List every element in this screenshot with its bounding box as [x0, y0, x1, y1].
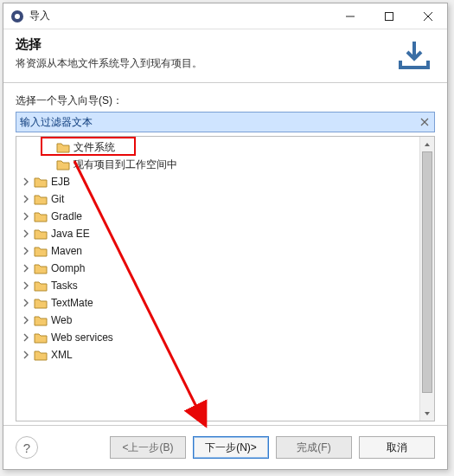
tree-item[interactable]: XML	[16, 346, 434, 363]
back-button[interactable]: <上一步(B)	[110, 436, 186, 459]
scroll-up-button[interactable]	[420, 137, 434, 151]
wizard-tree[interactable]: 文件系统 现有项目到工作空间中 EJBGitGradleJava EEMaven…	[16, 136, 435, 421]
expander-icon[interactable]	[20, 193, 32, 205]
window-title: 导入	[29, 9, 330, 23]
tree-item-label: 文件系统	[74, 140, 115, 155]
tree-item[interactable]: TextMate	[16, 294, 434, 312]
wizard-banner: 选择 将资源从本地文件系统导入到现有项目。	[3, 29, 447, 83]
finish-button[interactable]: 完成(F)	[276, 436, 352, 459]
folder-icon	[34, 331, 48, 344]
tree-item-label: TextMate	[51, 297, 93, 309]
tree-item-label: Git	[51, 193, 64, 205]
help-button[interactable]: ?	[16, 436, 38, 459]
expander-icon[interactable]	[20, 349, 32, 361]
expander-icon[interactable]	[20, 262, 32, 274]
tree-item-label: Java EE	[51, 228, 90, 240]
tree-item-label: Tasks	[51, 280, 78, 292]
tree-item-label: Web	[51, 314, 72, 326]
tree-item[interactable]: Web	[16, 312, 434, 329]
tree-item-file-system[interactable]: 文件系统	[16, 138, 434, 156]
import-icon	[393, 36, 435, 78]
next-button[interactable]: 下一步(N)>	[193, 436, 269, 459]
expander-icon[interactable]	[20, 297, 32, 309]
folder-icon	[34, 245, 48, 257]
button-bar: ? <上一步(B) 下一步(N)> 完成(F) 取消	[3, 425, 447, 469]
tree-item-existing-projects[interactable]: 现有项目到工作空间中	[16, 156, 434, 173]
folder-icon	[34, 210, 48, 222]
import-dialog: 导入 选择 将资源从本地文件系统导入到现有项目。 选择一个导入向导(S)：	[3, 3, 448, 470]
expander-icon[interactable]	[20, 210, 32, 222]
folder-icon	[34, 193, 48, 205]
tree-item-label: Gradle	[51, 210, 82, 222]
tree-item[interactable]: Git	[16, 190, 434, 208]
titlebar: 导入	[3, 3, 447, 29]
maximize-button[interactable]	[369, 3, 408, 29]
folder-icon	[34, 297, 48, 309]
expander-icon[interactable]	[20, 176, 32, 188]
folder-icon	[34, 176, 48, 188]
folder-icon	[34, 280, 48, 292]
scroll-down-button[interactable]	[420, 406, 434, 421]
tree-scrollbar[interactable]	[419, 137, 434, 421]
tree-item-label: Web services	[51, 331, 113, 344]
clear-filter-icon[interactable]	[418, 115, 432, 129]
file-icon	[56, 141, 70, 153]
folder-icon	[34, 349, 48, 361]
tree-item[interactable]: Oomph	[16, 260, 434, 277]
folder-icon	[34, 262, 48, 274]
expander-icon[interactable]	[20, 331, 32, 344]
banner-title: 选择	[16, 36, 393, 53]
app-icon	[10, 10, 24, 23]
tree-item-label: Maven	[51, 245, 82, 257]
tree-item[interactable]: Tasks	[16, 277, 434, 294]
expander-icon[interactable]	[20, 245, 32, 257]
expander-icon[interactable]	[20, 280, 32, 292]
filter-input[interactable]	[16, 112, 435, 132]
tree-item[interactable]: Java EE	[16, 225, 434, 242]
filter-label: 选择一个导入向导(S)：	[16, 93, 435, 108]
tree-item[interactable]: Web services	[16, 329, 434, 346]
folder-icon	[34, 228, 48, 240]
close-button[interactable]	[408, 3, 447, 29]
cancel-button[interactable]: 取消	[359, 436, 435, 459]
scroll-thumb[interactable]	[422, 151, 432, 393]
tree-item[interactable]: Gradle	[16, 208, 434, 225]
tree-item-label: EJB	[51, 176, 70, 188]
tree-item[interactable]: EJB	[16, 173, 434, 190]
file-icon	[56, 158, 70, 170]
tree-item-label: XML	[51, 349, 73, 361]
tree-item-label: Oomph	[51, 262, 85, 274]
svg-point-1	[15, 14, 20, 19]
banner-description: 将资源从本地文件系统导入到现有项目。	[16, 56, 393, 71]
svg-rect-3	[385, 12, 393, 20]
tree-item-label: 现有项目到工作空间中	[74, 158, 177, 172]
expander-icon[interactable]	[20, 314, 32, 326]
tree-item[interactable]: Maven	[16, 242, 434, 260]
minimize-button[interactable]	[330, 3, 369, 29]
expander-icon[interactable]	[20, 228, 32, 240]
folder-icon	[34, 314, 48, 326]
